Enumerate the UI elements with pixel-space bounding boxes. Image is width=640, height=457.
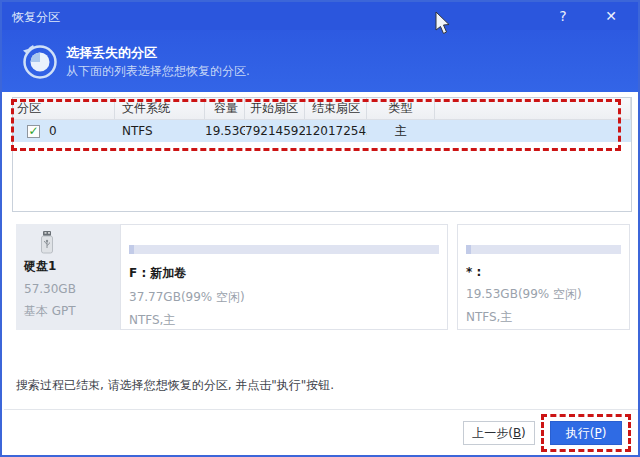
disk-info-box[interactable]: 硬盘1 57.30GB 基本 GPT bbox=[16, 224, 120, 330]
partition-size: 19.53GB(99% 空闲) bbox=[466, 286, 629, 303]
partition-usage-bar bbox=[466, 245, 621, 254]
wizard-step-subtitle: 从下面的列表选择您想恢复的分区. bbox=[66, 63, 250, 80]
disk-size: 57.30GB bbox=[24, 282, 120, 296]
footer-divider bbox=[4, 409, 640, 410]
lost-partition-table: 分区 文件系统 容量 开始扇区 结束扇区 类型 ✓ 0 NTFS 19.53GB… bbox=[12, 97, 632, 212]
partition-fs: NTFS,主 bbox=[466, 309, 629, 326]
row-checkbox[interactable]: ✓ bbox=[27, 125, 40, 138]
table-row[interactable]: ✓ 0 NTFS 19.53GB 79214592 120172543 主 bbox=[13, 120, 631, 142]
titlebar: 恢复分区 ? ✕ bbox=[2, 2, 638, 30]
col-header-capacity[interactable]: 容量 bbox=[205, 98, 245, 119]
disk-layout: 基本 GPT bbox=[24, 303, 120, 320]
wizard-header: 选择丢失的分区 从下面的列表选择您想恢复的分区. bbox=[2, 30, 638, 92]
col-header-filesystem[interactable]: 文件系统 bbox=[115, 98, 205, 119]
col-header-partition[interactable]: 分区 bbox=[13, 98, 115, 119]
back-button[interactable]: 上一步(B) bbox=[463, 421, 535, 445]
partition-fs: NTFS,主 bbox=[129, 312, 447, 329]
partition-size: 37.77GB(99% 空闲) bbox=[129, 289, 447, 306]
cell-capacity: 19.53GB bbox=[205, 124, 245, 138]
partition-usage-bar bbox=[129, 245, 439, 254]
cell-partition: ✓ 0 bbox=[13, 124, 115, 138]
col-header-type[interactable]: 类型 bbox=[367, 98, 435, 119]
cell-filesystem: NTFS bbox=[115, 124, 205, 138]
table-header-row: 分区 文件系统 容量 开始扇区 结束扇区 类型 bbox=[13, 98, 631, 120]
execute-button[interactable]: 执行(P) bbox=[550, 421, 622, 445]
partition-block-recovered[interactable]: * : 19.53GB(99% 空闲) NTFS,主 bbox=[457, 224, 630, 330]
status-text: 搜索过程已结束, 请选择您想恢复的分区, 并点击"执行"按钮. bbox=[16, 377, 334, 394]
cell-type: 主 bbox=[367, 123, 435, 140]
disk-name: 硬盘1 bbox=[24, 258, 120, 275]
window-title: 恢复分区 bbox=[12, 9, 60, 26]
partition-label: F : 新加卷 bbox=[129, 265, 447, 282]
col-header-startsector[interactable]: 开始扇区 bbox=[245, 98, 305, 119]
usb-drive-icon bbox=[40, 230, 54, 254]
col-header-endsector[interactable]: 结束扇区 bbox=[305, 98, 367, 119]
close-icon[interactable]: ✕ bbox=[600, 7, 622, 25]
col-header-filler bbox=[435, 98, 631, 119]
recover-partition-dialog: 恢复分区 ? ✕ 选择丢失的分区 从下面的列表选择您想恢复的分区. 分区 文件系… bbox=[0, 0, 640, 457]
partition-number: 0 bbox=[49, 124, 57, 138]
help-icon[interactable]: ? bbox=[552, 7, 574, 25]
wizard-step-title: 选择丢失的分区 bbox=[66, 44, 157, 62]
partition-label: * : bbox=[466, 265, 629, 279]
partition-block-f[interactable]: F : 新加卷 37.77GB(99% 空闲) NTFS,主 bbox=[120, 224, 448, 330]
recovery-pie-icon bbox=[21, 43, 58, 80]
cell-endsector: 120172543 bbox=[305, 124, 367, 138]
cell-startsector: 79214592 bbox=[245, 124, 305, 138]
